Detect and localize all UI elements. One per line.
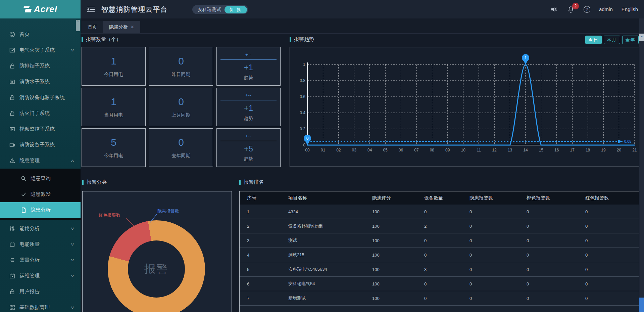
lock-icon <box>9 95 15 100</box>
alarm-ranking-table: 序号项目名称隐患评分设备数量隐患报警数橙色报警数红色报警数 1 4324 100… <box>239 191 639 312</box>
table-row[interactable]: 5 安科瑞电气5465634 100 3 0 0 0 <box>240 262 639 277</box>
alarm-count-card: 5今年用电 <box>82 128 146 167</box>
sidebar-item[interactable]: 运维管理 ∨ <box>0 268 81 284</box>
sidebar-subitem[interactable]: 隐患派发 <box>0 186 81 202</box>
check-icon <box>21 191 27 197</box>
sliders-icon <box>9 226 15 231</box>
grid-icon <box>9 305 15 310</box>
sidebar-item[interactable]: 防排烟子系统 <box>0 58 81 74</box>
warning-icon <box>9 158 15 164</box>
sidebar-item[interactable]: 电气火灾子系统 ∨ <box>0 42 81 58</box>
sidebar-item[interactable]: 基础数据管理 ∨ <box>0 300 81 312</box>
chevron-icon: ∨ <box>70 305 75 310</box>
chevron-icon: ∨ <box>70 48 75 52</box>
alarm-ranking-title: 报警排名 <box>239 179 264 185</box>
alarm-trend-card: +--+5趋势 <box>216 128 281 167</box>
table-header: 序号项目名称隐患评分设备数量隐患报警数橙色报警数红色报警数 <box>240 191 639 205</box>
svg-text:0: 0 <box>306 136 309 141</box>
alarm-trend-title: 报警趋势 <box>290 36 314 43</box>
notification-count-badge: 2 <box>572 3 579 9</box>
donut-center: 报警 <box>128 240 185 298</box>
chevron-icon: ∨ <box>70 242 75 247</box>
table-row[interactable]: 7 新增测试 100 0 0 0 0 <box>240 291 639 306</box>
sidebar-item[interactable]: 首页 <box>0 27 81 42</box>
tab-hidden-danger-analysis[interactable]: 隐患分析 ✕ <box>103 21 140 33</box>
sidebar-item[interactable]: 需量分析 ∨ <box>0 252 81 268</box>
donut-label-red: 红色报警数 <box>99 212 120 218</box>
help-icon[interactable]: ? <box>584 6 590 13</box>
scrollbar-up-arrow[interactable]: ⌃ <box>639 34 644 41</box>
table-row[interactable]: 1 4324 100 0 0 0 0 <box>240 205 639 219</box>
lock-icon <box>9 63 15 69</box>
logo-text: Acrel <box>34 4 57 14</box>
chevron-icon: ∧ <box>70 159 75 163</box>
range-button[interactable]: 今日 <box>585 36 602 44</box>
chevron-icon: ∨ <box>70 226 75 231</box>
sidebar-item[interactable]: 消防水子系统 <box>0 74 81 90</box>
page-title: 智慧消防管理云平台 <box>101 5 168 14</box>
alarm-count-title: 报警数量（个） <box>82 36 121 43</box>
sidebar-item[interactable]: 防火门子系统 <box>0 105 81 121</box>
user-menu[interactable]: admin <box>599 6 613 12</box>
org-name: 安科瑞测试 <box>198 7 221 13</box>
top-header: Acrel 智慧消防管理云平台 安科瑞测试 切 换 2 ? admin Engl… <box>0 0 644 18</box>
language-switch[interactable]: English <box>622 6 638 12</box>
chart-icon <box>9 47 15 53</box>
lock-icon <box>9 289 15 295</box>
logo-flag-icon <box>23 6 32 13</box>
battery-icon <box>9 241 15 247</box>
doc-icon <box>21 207 27 213</box>
svg-text:0.05: 0.05 <box>624 139 631 143</box>
table-row[interactable]: 2 设备拓扑测试勿删 100 2 0 0 0 <box>240 219 639 233</box>
sidebar: 首页 电气火灾子系统 ∨ 防排烟子系统 消防水子系统 消防设备电源子系统 <box>0 18 81 312</box>
page-scrollbar[interactable]: ⌃ <box>639 18 644 312</box>
sidebar-item[interactable]: 视频监控子系统 <box>0 121 81 137</box>
search-icon <box>21 176 27 181</box>
close-tab-icon[interactable]: ✕ <box>131 25 134 30</box>
sidebar-item[interactable]: 消防设备子系统 <box>0 137 81 153</box>
sidebar-menu-bottom: 能耗分析 ∨ 电能质量 ∨ 需量分析 ∨ 运维管理 ∨ 用户报告 基础数据管理 <box>0 220 81 312</box>
alarm-count-card: 0上月同期 <box>149 88 213 126</box>
sidebar-item[interactable]: 电能质量 ∨ <box>0 236 81 252</box>
table-row[interactable]: 6 安科瑞电气54 100 0 0 0 0 <box>240 277 639 291</box>
speaker-icon[interactable] <box>550 5 558 13</box>
table-row[interactable]: 3 测试 100 0 0 0 0 <box>240 233 639 248</box>
tab-home[interactable]: 首页 <box>82 21 103 33</box>
sidebar-item[interactable]: 隐患管理 ∧ <box>0 153 81 169</box>
switch-org-button[interactable]: 切 换 <box>225 6 247 13</box>
sidebar-item[interactable]: 用户报告 <box>0 284 81 300</box>
alarm-count-card: 0去年同期 <box>149 128 213 167</box>
notification-bell-icon[interactable]: 2 <box>567 5 575 13</box>
sidebar-item[interactable]: 消防设备电源子系统 <box>0 90 81 105</box>
trend-range-buttons: 今日本月全年 <box>585 36 639 44</box>
sidebar-subitem[interactable]: 隐患分析 <box>0 202 81 218</box>
video-icon <box>9 79 15 85</box>
calendar-icon <box>9 273 15 279</box>
camera-icon <box>9 142 15 148</box>
y-axis-ticks: 10.80.60.40.20 <box>295 62 305 147</box>
smiley-icon <box>9 32 15 37</box>
chevron-icon: ∨ <box>70 258 75 262</box>
table-body: 1 4324 100 0 0 0 0 2 设备拓扑测试勿删 100 2 0 0 … <box>240 205 639 306</box>
alarm-count-card: 1当月用电 <box>82 88 146 126</box>
sidebar-collapse-icon[interactable] <box>87 5 95 13</box>
alarm-trend-chart-panel: 0.0501 10.80.60.40.20 000102030405060708… <box>290 47 639 167</box>
alarm-count-card: 1今日用电 <box>82 47 146 86</box>
alarm-trend-card: +--+1趋势 <box>216 88 281 126</box>
header-actions: 2 ? admin English <box>550 0 638 18</box>
alarm-count-card: 0昨日同期 <box>149 47 213 86</box>
tab-bar: 首页 隐患分析 ✕ <box>81 18 639 34</box>
sidebar-scrollbar-thumb[interactable]: ⌃ <box>76 20 80 31</box>
sidebar-menu-top: 首页 电气火灾子系统 ∨ 防排烟子系统 消防水子系统 消防设备电源子系统 <box>0 18 81 169</box>
alarm-donut-chart: 报警 <box>108 220 205 312</box>
chevron-icon: ∨ <box>70 274 75 278</box>
lock-icon <box>9 110 15 116</box>
acrel-logo: Acrel <box>0 0 81 18</box>
donut-label-blue: 隐患报警数 <box>157 208 179 214</box>
sidebar-subitem[interactable]: 隐患查询 <box>0 171 81 186</box>
table-row[interactable]: 4 测试215 100 0 0 0 0 <box>240 248 639 262</box>
range-button[interactable]: 全年 <box>622 36 639 44</box>
scrollbar-thumb[interactable] <box>639 298 644 312</box>
range-button[interactable]: 本月 <box>604 36 620 44</box>
sidebar-item[interactable]: 能耗分析 ∨ <box>0 221 81 236</box>
